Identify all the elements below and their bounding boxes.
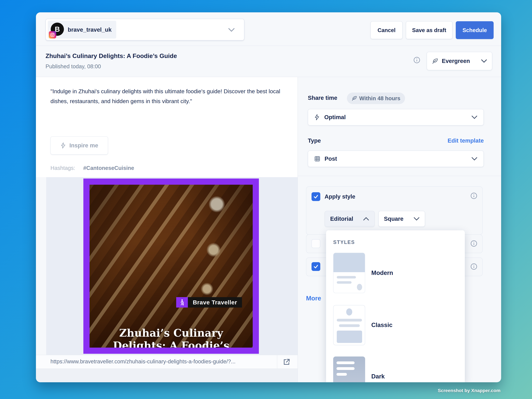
style-dropdown[interactable]: Editorial (325, 211, 375, 227)
thumb-avatar-dot (346, 308, 352, 316)
chevron-down-icon (471, 115, 477, 120)
info-icon[interactable] (470, 240, 477, 247)
link-url[interactable]: https://www.bravetraveller.com/zhuhais-c… (51, 358, 270, 365)
share-time-badge: Within 48 hours (347, 93, 405, 104)
settings-divider (298, 176, 501, 176)
share-time-badge-label: Within 48 hours (359, 95, 400, 101)
info-icon[interactable] (470, 263, 477, 270)
thumb-image-block (333, 253, 365, 272)
hashtags-label: Hashtags: (51, 165, 75, 171)
left-panel-footer (36, 369, 298, 382)
apply-style-label: Apply style (324, 193, 355, 200)
type-dropdown[interactable]: Post (308, 151, 484, 167)
hiker-icon (176, 297, 188, 308)
bolt-icon (60, 142, 66, 148)
apply-style-checkbox[interactable] (311, 192, 320, 201)
style-option-dark-thumb[interactable] (333, 356, 365, 382)
thumb-text-line (336, 367, 355, 370)
style-option-modern-label[interactable]: Modern (371, 269, 393, 276)
chevron-down-icon (413, 216, 420, 221)
photo-title-line2: Delights: A Foodie’s (89, 340, 253, 348)
bolt-icon (314, 114, 320, 120)
thumb-text-line (337, 319, 362, 322)
thumb-text-line (337, 281, 352, 284)
brand-badge: Brave Traveller (176, 297, 242, 308)
styles-header: STYLES (333, 239, 355, 245)
share-time-dropdown[interactable]: Optimal (308, 109, 484, 126)
leaf-icon (432, 58, 438, 64)
style-option-classic-label[interactable]: Classic (371, 322, 393, 328)
post-text[interactable]: "Indulge in Zhuhai's culinary delights w… (51, 86, 284, 106)
topbar-divider (36, 46, 501, 46)
panel-divider (298, 77, 298, 382)
option-checkbox-unchecked[interactable] (311, 239, 320, 248)
watermark: Screenshot by Xnapper.com (438, 388, 500, 393)
account-name: brave_travel_uk (68, 26, 112, 33)
photo-title-line1: Zhuhai’s Culinary (89, 327, 253, 339)
style-option-dark-label[interactable]: Dark (371, 373, 385, 380)
scheduler-modal: B brave_travel_uk Cancel Save as draft S… (36, 12, 501, 382)
info-icon[interactable] (470, 192, 477, 199)
save-as-draft-button[interactable]: Save as draft (406, 21, 452, 39)
cancel-button[interactable]: Cancel (370, 21, 403, 39)
chevron-down-icon (481, 58, 487, 63)
chevron-up-icon (363, 216, 369, 221)
account-selector[interactable]: B brave_travel_uk (45, 19, 244, 40)
external-link-icon[interactable] (283, 358, 291, 366)
brand-badge-label: Brave Traveller (188, 297, 242, 308)
styled-image-frame[interactable]: Brave Traveller Zhuhai’s Culinary Deligh… (83, 178, 259, 354)
style-option-modern-thumb[interactable] (333, 253, 365, 293)
inspire-me-label: Inspire me (69, 142, 98, 149)
thumb-text-line (336, 373, 347, 376)
shape-dropdown[interactable]: Square (378, 211, 425, 227)
post-title: Zhuhai’s Culinary Delights: A Foodie’s G… (45, 52, 177, 59)
more-link[interactable]: More (306, 295, 321, 302)
chevron-down-icon (471, 156, 477, 161)
post-published: Published today, 08:00 (45, 63, 101, 70)
chevron-down-icon[interactable] (228, 27, 235, 33)
info-icon[interactable] (413, 57, 420, 64)
inspire-me-button[interactable]: Inspire me (51, 136, 108, 155)
type-value: Post (324, 155, 337, 162)
thumb-dot (357, 284, 362, 290)
link-row-divider (277, 355, 277, 368)
thumb-text-line (337, 276, 356, 279)
option-checkbox-checked[interactable] (311, 262, 320, 271)
edit-template-link[interactable]: Edit template (308, 137, 484, 144)
grid-icon (314, 156, 320, 162)
hashtags-value[interactable]: #CantoneseCuisine (83, 165, 134, 171)
style-value: Editorial (330, 215, 353, 222)
style-option-classic-thumb[interactable] (333, 305, 365, 345)
thumb-text-line (336, 361, 355, 364)
thumb-image-block (337, 331, 362, 343)
campaign-type-value: Evergreen (442, 58, 470, 64)
campaign-type-dropdown[interactable]: Evergreen (427, 52, 492, 70)
thumb-text-line (339, 324, 360, 327)
styles-dropdown-panel: STYLES Modern Classic (326, 230, 465, 382)
shape-value: Square (384, 215, 403, 222)
schedule-button[interactable]: Schedule (456, 21, 494, 39)
share-time-label: Share time (308, 95, 337, 101)
post-photo: Brave Traveller Zhuhai’s Culinary Deligh… (89, 185, 253, 348)
instagram-icon (49, 31, 56, 38)
share-time-value: Optimal (324, 114, 346, 120)
desktop-background: B brave_travel_uk Cancel Save as draft S… (0, 0, 532, 399)
photo-shade (89, 185, 253, 348)
leaf-icon (352, 95, 357, 101)
